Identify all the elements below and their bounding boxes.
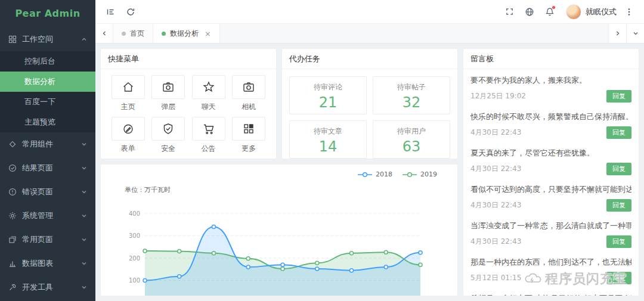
message-item: 当浑浊变成了一种常态，那么清白就成了一种罪过。 4月30日 22:43 回复 xyxy=(470,215,631,252)
more-menu-button[interactable] xyxy=(619,0,639,24)
chevron-left-icon xyxy=(101,30,107,36)
collapse-sidebar-button[interactable] xyxy=(100,0,120,24)
chart-unit-label: 单位：万千瓦时 xyxy=(125,185,451,194)
cart-icon xyxy=(192,117,225,141)
sidebar-group-workspace[interactable]: 工作空间 xyxy=(0,27,95,51)
quick-menu-item-layer[interactable]: 弹层 xyxy=(148,75,189,112)
todo-grid: 待审评论 21 待审帖子 32 待审文章 14 待审用户 xyxy=(282,69,457,166)
chevron-right-icon xyxy=(615,30,621,36)
message-text: 要不要作为我的家人，搬来我家。 xyxy=(470,75,631,86)
shield-check-icon xyxy=(151,117,185,141)
fullscreen-button[interactable] xyxy=(499,0,519,24)
reply-button[interactable]: 回复 xyxy=(606,126,631,139)
refresh-button[interactable] xyxy=(120,0,141,24)
username[interactable]: 就眠仪式 xyxy=(586,7,617,17)
workspace-submenu: 控制后台 数据分析 百度一下 主题预览 xyxy=(0,51,95,132)
chevron-up-icon xyxy=(81,36,87,42)
notification-badge xyxy=(552,6,555,9)
tab-scroll-right-button[interactable] xyxy=(608,24,626,43)
sidebar-group-system[interactable]: 系统管理 xyxy=(0,204,95,228)
chevron-down-icon xyxy=(81,213,87,219)
content: 快捷菜单 主页 弹层 xyxy=(95,44,644,301)
message-item: 希望是一个好东西,也许是最好的,好东西是不会消亡的! 6月11日 15:32 回… xyxy=(470,288,631,296)
card-title: 留言板 xyxy=(463,49,639,69)
message-text: 那是一种内在的东西，他们到达不了，也无法触及! xyxy=(470,257,631,268)
notifications-button[interactable] xyxy=(540,0,560,24)
chevron-down-icon xyxy=(81,189,87,195)
quick-menu-item-notice[interactable]: 公告 xyxy=(188,117,229,154)
message-item: 要不要作为我的家人，搬来我家。 12月25日 19:02 回复 xyxy=(470,70,631,106)
reply-button[interactable]: 回复 xyxy=(606,90,631,103)
quick-menu-item-camera[interactable]: 相机 xyxy=(229,75,270,112)
sidebar-item-theme-preview[interactable]: 主题预览 xyxy=(0,112,95,132)
sidebar-item-console[interactable]: 控制后台 xyxy=(0,51,95,72)
sidebar-item-data-analysis[interactable]: 数据分析 xyxy=(0,72,95,92)
quick-menu-item-more[interactable]: 更多 xyxy=(229,117,270,154)
legend-2019[interactable]: 2019 xyxy=(402,170,437,178)
language-button[interactable] xyxy=(519,0,540,24)
tab-label: 数据分析 xyxy=(170,29,199,39)
message-text: 当浑浊变成了一种常态，那么清白就成了一种罪过。 xyxy=(470,221,631,231)
chevron-down-icon xyxy=(81,165,87,171)
tab-status-dot xyxy=(122,32,126,36)
message-text: 希望是一个好东西,也许是最好的,好东西是不会消亡的! xyxy=(470,293,631,296)
chevron-down-icon xyxy=(633,30,639,36)
quick-menu-item-form[interactable]: 表单 xyxy=(108,117,148,154)
sidebar-group-components[interactable]: 常用组件 xyxy=(0,132,95,156)
quick-menu-item-home[interactable]: 主页 xyxy=(108,75,148,112)
message-item: 看似不可达到的高度，只要坚持不懈就可能到达。 4月30日 22:43 回复 xyxy=(470,179,631,215)
reply-button[interactable]: 回复 xyxy=(606,235,631,248)
globe-icon xyxy=(525,7,534,17)
tab-data-analysis[interactable]: 数据分析 × xyxy=(153,24,220,43)
message-date: 5月12日 01:15 xyxy=(470,273,521,283)
wrench-icon xyxy=(8,283,17,291)
stat-value: 21 xyxy=(290,94,366,111)
alert-circle-icon xyxy=(8,188,17,196)
todo-stat-users: 待审用户 63 xyxy=(373,120,450,159)
svg-text:400: 400 xyxy=(129,210,140,217)
tabbar: 首页 数据分析 × xyxy=(95,24,644,44)
tab-scroll-left-button[interactable] xyxy=(95,24,113,43)
quick-menu-card: 快捷菜单 主页 弹层 xyxy=(100,48,277,159)
close-tab-icon[interactable]: × xyxy=(205,30,211,38)
components-icon xyxy=(8,140,17,148)
sidebar-group-errors[interactable]: 错误页面 xyxy=(0,180,95,204)
gear-icon xyxy=(8,212,17,220)
sidebar-group-label: 工作空间 xyxy=(22,34,76,45)
app-logo[interactable]: Pear Admin xyxy=(0,0,95,27)
svg-text:300: 300 xyxy=(129,232,140,239)
message-date: 4月30日 22:43 xyxy=(470,237,521,247)
tab-home[interactable]: 首页 xyxy=(113,24,153,43)
left-column: 快捷菜单 主页 弹层 xyxy=(100,48,458,296)
legend-2018[interactable]: 2018 xyxy=(357,170,392,178)
reply-button[interactable]: 回复 xyxy=(606,199,631,212)
tabbar-spacer xyxy=(220,24,608,43)
camera-icon xyxy=(232,75,265,99)
sidebar-item-baidu[interactable]: 百度一下 xyxy=(0,92,95,112)
quick-menu-item-chat[interactable]: 聊天 xyxy=(188,75,229,112)
workspace-icon xyxy=(8,35,17,44)
quick-menu-item-security[interactable]: 安全 xyxy=(148,117,189,154)
star-icon xyxy=(192,75,225,99)
chart-card: 2018 2019 单位：万千瓦时 0100200300400 xyxy=(100,164,458,296)
chart-legend: 2018 2019 xyxy=(107,169,451,178)
sidebar-group-charts[interactable]: 数据图表 xyxy=(0,252,95,275)
chevron-down-icon xyxy=(81,141,87,147)
chevron-down-icon xyxy=(81,237,87,243)
todo-card: 代办任务 待审评论 21 待审帖子 32 待审文章 14 xyxy=(281,48,458,159)
card-title: 快捷菜单 xyxy=(101,49,276,69)
sidebar: Pear Admin 工作空间 控制后台 数据分析 百度一下 主题预览 常用组件… xyxy=(0,0,95,301)
reply-button[interactable]: 回复 xyxy=(606,163,631,175)
reply-button[interactable]: 回复 xyxy=(606,272,631,284)
layers-icon xyxy=(8,235,17,244)
sidebar-group-pages[interactable]: 常用页面 xyxy=(0,228,95,252)
tab-menu-button[interactable] xyxy=(626,24,644,43)
sidebar-group-results[interactable]: 结果页面 xyxy=(0,156,95,180)
refresh-icon xyxy=(126,7,135,17)
svg-text:200: 200 xyxy=(129,255,140,262)
topbar: 就眠仪式 xyxy=(95,0,644,24)
avatar[interactable] xyxy=(566,4,581,20)
stat-value: 32 xyxy=(373,94,450,111)
sidebar-group-devtools[interactable]: 开发工具 xyxy=(0,275,95,299)
stat-value: 63 xyxy=(373,138,450,155)
